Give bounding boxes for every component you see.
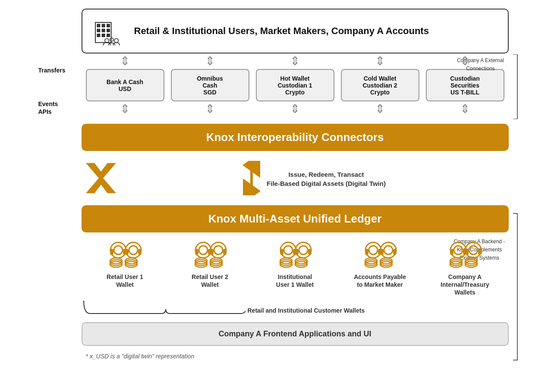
- svg-point-31: [199, 246, 208, 254]
- svg-rect-5: [101, 29, 105, 32]
- wallet-company-a: Company AInternal/TreasuryWallets: [426, 239, 504, 297]
- svg-rect-32: [195, 249, 198, 255]
- svg-rect-6: [107, 29, 110, 32]
- wallet-icon-4: [362, 239, 398, 270]
- wallet-label-3: InstitutionalUser 1 Wallet: [276, 273, 314, 289]
- transfers-label: Transfers: [38, 66, 66, 74]
- svg-rect-1: [97, 24, 100, 27]
- arrow-up-down-2b: ⇕: [205, 103, 215, 115]
- wallet-icon-2: [192, 239, 228, 270]
- brace-label: Retail and Institutional Customer Wallet…: [248, 307, 365, 314]
- svg-point-24: [129, 246, 138, 254]
- svg-rect-68: [393, 249, 397, 255]
- account-box-bank-a: Bank A CashUSD: [86, 69, 164, 101]
- svg-rect-60: [365, 249, 368, 255]
- brace-svg: [82, 298, 246, 316]
- knox-connector-row: Knox Interoperability Connectors: [38, 120, 513, 154]
- account-box-omnibus: OmnibusCashSGD: [171, 69, 249, 101]
- svg-rect-8: [101, 34, 105, 37]
- arrow-up-down-4b: ⇕: [375, 103, 385, 115]
- svg-rect-46: [280, 249, 283, 255]
- wallet-retail-2: Retail User 2Wallet: [171, 239, 249, 297]
- right-bracket-external: [511, 53, 520, 120]
- arrow-up-down-2: ⇕: [205, 55, 215, 67]
- svg-rect-2: [101, 24, 105, 27]
- frontend-box: Company A Frontend Applications and UI: [82, 322, 509, 346]
- knox-connector-bar: Knox Interoperability Connectors: [82, 124, 509, 151]
- svg-point-59: [369, 246, 378, 254]
- wallet-institutional: InstitutionalUser 1 Wallet: [256, 239, 334, 297]
- svg-point-52: [299, 246, 308, 254]
- svg-rect-40: [223, 249, 227, 255]
- svg-point-17: [114, 246, 123, 254]
- wallet-accounts-payable: Accounts Payableto Market Maker: [341, 239, 419, 297]
- account-box-custodian-securities: CustodianSecuritiesUS T-BILL: [426, 69, 504, 101]
- wallet-retail-1: Retail User 1Wallet: [86, 239, 164, 297]
- svg-rect-54: [308, 249, 312, 255]
- wallet-label-2: Retail User 2Wallet: [192, 273, 228, 289]
- right-bracket-backend: [511, 211, 520, 362]
- arrow-up-down-4: ⇕: [375, 55, 385, 67]
- svg-rect-74: [450, 249, 453, 255]
- top-users-text: Retail & Institutional Users, Market Mak…: [134, 25, 429, 37]
- svg-rect-7: [97, 34, 100, 37]
- arrow-up-down-3b: ⇕: [290, 103, 300, 115]
- svg-point-11: [110, 38, 113, 41]
- wallet-icon-3: [277, 239, 313, 270]
- middle-text: Issue, Redeem, TransactFile-Based Digita…: [267, 170, 386, 188]
- big-arrow-icon: [243, 161, 260, 195]
- svg-rect-39: [210, 249, 214, 255]
- svg-rect-18: [110, 249, 113, 255]
- svg-point-73: [454, 246, 463, 254]
- svg-rect-25: [125, 249, 129, 255]
- x-logo-icon: [84, 161, 118, 195]
- svg-point-66: [384, 246, 393, 254]
- svg-point-45: [284, 246, 293, 254]
- account-box-cold-wallet: Cold WalletCustodian 2Crypto: [341, 69, 419, 101]
- events-apis-label: EventsAPIs: [38, 100, 58, 116]
- knox-ledger-row: Knox Multi-Asset Unified Ledger: [38, 202, 513, 236]
- wallets-row: Retail User 1Wallet: [82, 239, 509, 297]
- right-annotation-external: Company A External Connections: [450, 56, 511, 72]
- knox-ledger-bar: Knox Multi-Asset Unified Ledger: [82, 205, 509, 232]
- arrow-up-down-5b: ⇕: [460, 103, 470, 115]
- account-hot-wallet: ⇕ Hot WalletCustodian 1Crypto ⇕: [256, 53, 334, 117]
- wallet-label-5: Company AInternal/TreasuryWallets: [441, 273, 489, 297]
- svg-point-12: [114, 38, 118, 42]
- svg-rect-9: [107, 34, 110, 37]
- svg-rect-81: [465, 249, 469, 255]
- arrow-up-down-1: ⇕: [120, 55, 130, 67]
- svg-point-38: [214, 246, 223, 254]
- svg-rect-4: [97, 29, 100, 32]
- svg-rect-67: [380, 249, 384, 255]
- arrow-up-down-1b: ⇕: [120, 103, 130, 115]
- svg-point-80: [469, 246, 478, 254]
- account-box-hot-wallet: Hot WalletCustodian 1Crypto: [256, 69, 334, 101]
- footnote: * x_USD is a "digital twin" representati…: [82, 353, 195, 360]
- svg-rect-3: [107, 24, 110, 27]
- top-users-box: Retail & Institutional Users, Market Mak…: [82, 9, 509, 53]
- svg-rect-82: [478, 249, 482, 255]
- account-omnibus: ⇕ OmnibusCashSGD ⇕: [171, 53, 249, 117]
- account-cold-wallet: ⇕ Cold WalletCustodian 2Crypto ⇕: [341, 53, 419, 117]
- wallet-label-1: Retail User 1Wallet: [107, 273, 143, 289]
- account-bank-a: ⇕ Bank A CashUSD ⇕: [86, 53, 164, 117]
- wallet-icon-1: [107, 239, 143, 270]
- svg-rect-53: [295, 249, 299, 255]
- building-icon: [91, 16, 126, 46]
- wallet-label-4: Accounts Payableto Market Maker: [354, 273, 406, 289]
- arrow-up-down-3: ⇕: [290, 55, 300, 67]
- accounts-row: ⇕ Bank A CashUSD ⇕ ⇕ OmnibusCashSGD ⇕ ⇕ …: [82, 53, 509, 117]
- wallet-icon-5: [447, 239, 483, 270]
- svg-rect-26: [138, 249, 142, 255]
- svg-point-10: [105, 38, 109, 42]
